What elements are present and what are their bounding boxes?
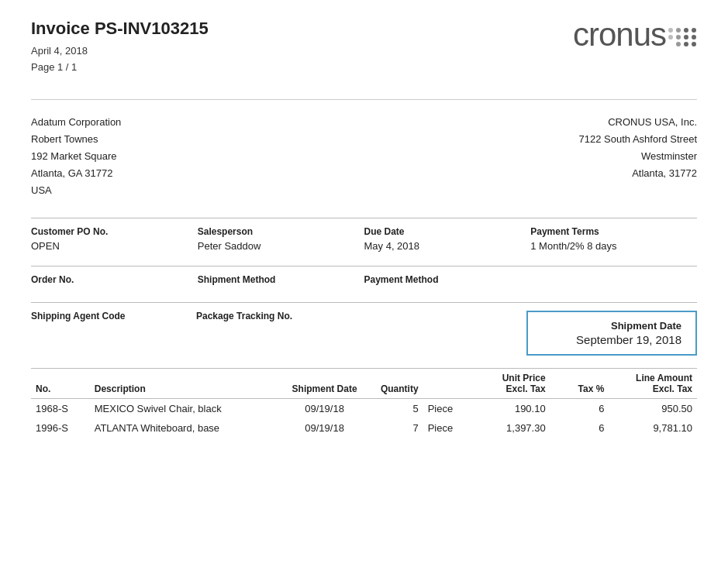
customer-po-value: OPEN [31,240,198,252]
logo-dot [676,42,681,46]
invoice-page: Invoice PS-INV103215 April 4, 2018 Page … [0,0,728,581]
fields3-top-divider [31,302,697,303]
logo-dot [668,35,673,40]
logo-dot [692,42,696,46]
logo-dot [684,42,688,46]
logo-dot [692,28,696,33]
cell-qty: 5 [364,399,423,419]
col-qty-header: Quantity [364,369,423,399]
invoice-page: Page 1 / 1 [31,60,209,76]
cell-amount: 950.50 [609,399,697,419]
salesperson-value: Peter Saddow [198,240,364,252]
order-no-label: Order No. [31,274,198,285]
due-date-value: May 4, 2018 [364,240,531,252]
ship-from-city: Westminster [579,148,698,165]
cell-price: 1,397.30 [472,418,550,438]
shipping-agent-label: Shipping Agent Code [31,311,196,321]
salesperson-label: Salesperson [198,226,364,237]
cell-tax: 6 [550,418,609,438]
col-tax-header: Tax % [550,369,609,399]
bill-to-company: Adatum Corporation [31,114,121,131]
due-date-col: Due Date May 4, 2018 [364,226,531,252]
logo-dot [668,28,673,33]
cell-desc: ATLANTA Whiteboard, base [90,418,285,438]
fields1-top-divider [31,218,697,218]
logo-text: cronus [573,19,666,51]
shipment-method-col: Shipment Method [198,274,364,288]
bill-to-address1: 192 Market Square [31,148,121,165]
salesperson-col: Salesperson Peter Saddow [198,226,364,252]
cell-no: 1968-S [31,399,90,419]
col-unit-header [423,369,472,399]
address-section: Adatum Corporation Robert Townes 192 Mar… [31,114,697,199]
fields2-top-divider [31,266,697,266]
payment-method-label: Payment Method [364,274,531,285]
ship-from-address: CRONUS USA, Inc. 7122 South Ashford Stre… [579,114,698,199]
col-amount-header: Line AmountExcl. Tax [609,369,697,399]
shipping-agent-col: Shipping Agent Code [31,311,196,325]
invoice-date: April 4, 2018 [31,43,209,60]
table-header: No. Description Shipment Date Quantity U… [31,369,697,399]
cell-shipdate: 09/19/18 [285,418,364,438]
cell-qty: 7 [364,418,423,438]
empty-col-1 [530,274,697,288]
logo-area: cronus [573,19,697,51]
cell-unit: Piece [423,399,472,419]
shipment-date-box-col: Shipment Date September 19, 2018 [526,311,697,356]
cell-shipdate: 09/19/18 [285,399,364,419]
bill-to-country: USA [31,182,121,199]
cell-tax: 6 [550,399,609,419]
payment-method-col: Payment Method [364,274,531,288]
shipment-date-box: Shipment Date September 19, 2018 [526,311,697,356]
shipment-method-label: Shipment Method [198,274,364,285]
ship-from-city-zip: Atlanta, 31772 [579,165,698,182]
customer-po-label: Customer PO No. [31,226,198,237]
cell-no: 1996-S [31,418,90,438]
shipment-date-label: Shipment Date [542,320,681,332]
logo-dot [692,35,696,40]
ship-from-company: CRONUS USA, Inc. [579,114,698,131]
bill-to-city: Atlanta, GA 31772 [31,165,121,182]
table-row: 1968-S MEXICO Swivel Chair, black 09/19/… [31,399,697,419]
header-section: Invoice PS-INV103215 April 4, 2018 Page … [31,19,697,76]
logo-row: cronus [573,19,697,51]
due-date-label: Due Date [364,226,531,237]
invoice-title: Invoice PS-INV103215 [31,19,209,39]
logo-dot [676,35,681,40]
logo-dot [676,28,681,33]
package-tracking-col: Package Tracking No. [196,311,361,325]
bill-to-name: Robert Townes [31,131,121,148]
payment-terms-label: Payment Terms [530,226,697,237]
package-tracking-label: Package Tracking No. [196,311,361,321]
cell-desc: MEXICO Swivel Chair, black [90,399,285,419]
col-desc-header: Description [90,369,285,399]
col-shipdate-header: Shipment Date [285,369,364,399]
logo-dot-grid [666,23,697,46]
cell-price: 190.10 [472,399,550,419]
table-body: 1968-S MEXICO Swivel Chair, black 09/19/… [31,399,697,438]
customer-po-col: Customer PO No. OPEN [31,226,198,252]
payment-terms-value: 1 Month/2% 8 days [530,240,697,252]
table-row: 1996-S ATLANTA Whiteboard, base 09/19/18… [31,418,697,438]
fields-row-2: Order No. Shipment Method Payment Method [31,274,697,288]
col-price-header: Unit PriceExcl. Tax [472,369,550,399]
header-divider [31,99,697,100]
logo-dot [684,28,688,33]
col-no-header: No. [31,369,90,399]
bill-to-address: Adatum Corporation Robert Townes 192 Mar… [31,114,121,199]
cell-amount: 9,781.10 [609,418,697,438]
fields-row-3: Shipping Agent Code Package Tracking No.… [31,311,697,356]
shipment-date-value: September 19, 2018 [542,333,681,346]
payment-terms-col: Payment Terms 1 Month/2% 8 days [530,226,697,252]
ship-from-address1: 7122 South Ashford Street [579,131,698,148]
items-table: No. Description Shipment Date Quantity U… [31,368,697,438]
logo-dot [684,35,688,40]
order-no-col: Order No. [31,274,198,288]
cell-unit: Piece [423,418,472,438]
invoice-header-left: Invoice PS-INV103215 April 4, 2018 Page … [31,19,209,76]
fields-row-1: Customer PO No. OPEN Salesperson Peter S… [31,226,697,252]
